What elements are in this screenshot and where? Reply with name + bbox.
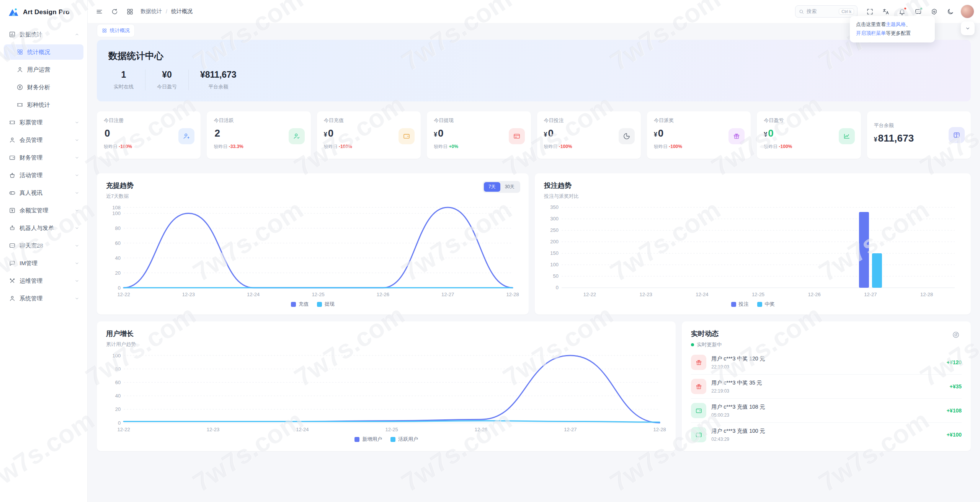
activity-item-time: 22:19:03 bbox=[711, 364, 765, 370]
range-button-7天[interactable]: 7天 bbox=[484, 182, 500, 192]
chart-subtitle: 近7天数据 bbox=[106, 193, 519, 200]
chart-subtitle: 累计用户趋势 bbox=[106, 341, 666, 348]
svg-text:40: 40 bbox=[115, 255, 121, 261]
refresh-page-button[interactable] bbox=[107, 4, 122, 19]
tooltip-theme-link[interactable]: 主题风格 bbox=[886, 21, 906, 27]
legend-item-提现[interactable]: 提现 bbox=[317, 301, 335, 308]
stat-card-label: 今日投注 bbox=[544, 117, 634, 124]
breadcrumb-parent[interactable]: 数据统计 bbox=[140, 8, 162, 15]
chevron-down-icon bbox=[74, 296, 80, 301]
svg-text:12-24: 12-24 bbox=[247, 292, 260, 297]
legend-item-中奖[interactable]: 中奖 bbox=[757, 301, 775, 308]
bottom-row: 用户增长 累计用户趋势 02040608010012-2212-2312-241… bbox=[97, 321, 971, 451]
user-growth-chart[interactable]: 02040608010012-2212-2312-2412-2512-2612-… bbox=[106, 351, 666, 434]
notification-badge bbox=[904, 7, 906, 10]
sidebar-item-9[interactable]: IM管理 bbox=[4, 256, 83, 271]
activity-feed-card: 实时动态 实时更新中 用户 c***3 中奖 120 元22:19:03+¥12… bbox=[682, 321, 971, 451]
sidebar-item-11[interactable]: 系统管理 bbox=[4, 291, 83, 306]
sidebar-item-5[interactable]: 真人视讯 bbox=[4, 185, 83, 200]
stat-card-3: 今日提现¥0较昨日 +0% bbox=[427, 111, 531, 159]
svg-text:100: 100 bbox=[112, 353, 121, 359]
sidebar-subitem-0-2[interactable]: 财务分析 bbox=[4, 80, 83, 95]
tab-statistics-overview[interactable]: 统计概况 bbox=[97, 24, 135, 37]
tab-bar: 统计概况 bbox=[88, 23, 980, 38]
sidebar-item-2[interactable]: 会员管理 bbox=[4, 132, 83, 148]
sidebar-item-8[interactable]: 聊天室28 bbox=[4, 238, 83, 253]
hero-stat-value: ¥0 bbox=[157, 70, 177, 80]
sidebar-item-0[interactable]: 数据统计 bbox=[4, 27, 83, 42]
sidebar-subitem-0-3[interactable]: 彩种统计 bbox=[4, 97, 83, 112]
user-gear-icon bbox=[9, 295, 16, 302]
chart-legend: 投注中奖 bbox=[544, 299, 962, 310]
activity-item-3[interactable]: 用户 c***3 充值 100 元02:43:29+¥100 bbox=[691, 423, 962, 447]
svg-text:20: 20 bbox=[115, 270, 121, 276]
user-avatar[interactable] bbox=[961, 5, 974, 18]
svg-text:0: 0 bbox=[556, 285, 559, 290]
svg-text:250: 250 bbox=[550, 228, 559, 233]
activity-item-icon-box bbox=[691, 427, 706, 442]
chevron-down-icon bbox=[74, 137, 80, 143]
legend-item-投注[interactable]: 投注 bbox=[731, 301, 749, 308]
sidebar-item-3[interactable]: 财务管理 bbox=[4, 150, 83, 165]
activity-item-1[interactable]: 用户 c***3 中奖 35 元22:19:03+¥35 bbox=[691, 375, 962, 399]
collapse-hint-button[interactable] bbox=[961, 21, 975, 35]
grid-icon bbox=[102, 28, 107, 33]
apps-grid-button[interactable] bbox=[122, 4, 137, 19]
robot-icon bbox=[9, 225, 16, 231]
activity-list: 用户 c***3 中奖 120 元22:19:03+¥120用户 c***3 中… bbox=[691, 350, 962, 447]
savings-icon bbox=[9, 207, 16, 214]
wallet-icon bbox=[9, 154, 16, 161]
svg-text:12-25: 12-25 bbox=[312, 292, 324, 297]
activity-item-2[interactable]: 用户 c***3 充值 108 元05:00:23+¥108 bbox=[691, 399, 962, 423]
stat-card-value: 2 bbox=[214, 127, 220, 139]
sidebar-item-4[interactable]: 活动管理 bbox=[4, 168, 83, 183]
stat-card-icon-box bbox=[619, 128, 635, 144]
stat-card-value: 0 bbox=[658, 127, 664, 139]
activity-refresh-button[interactable] bbox=[950, 329, 962, 341]
stat-card-label: 今日盈亏 bbox=[764, 117, 854, 124]
svg-text:12-22: 12-22 bbox=[583, 292, 596, 297]
dark-mode-button[interactable] bbox=[942, 4, 958, 19]
gift-icon bbox=[695, 383, 702, 390]
stat-card-2: 今日充值¥0较昨日 -100% bbox=[317, 111, 421, 159]
legend-item-新增用户[interactable]: 新增用户 bbox=[354, 436, 382, 443]
bet-trend-chart[interactable]: 05010015020025030035012-2212-2312-2412-2… bbox=[544, 203, 962, 299]
sidebar-item-6[interactable]: 余额宝管理 bbox=[4, 203, 83, 218]
chart-title: 投注趋势 bbox=[544, 181, 962, 190]
menu-collapse-button[interactable] bbox=[91, 4, 107, 19]
message-icon bbox=[9, 260, 16, 267]
sidebar: Art Design Pro 数据统计统计概况用户运营财务分析彩种统计彩票管理会… bbox=[0, 0, 88, 502]
stat-card-0: 今日注册0较昨日 -100% bbox=[97, 111, 201, 159]
legend-item-充值[interactable]: 充值 bbox=[291, 301, 309, 308]
deposit-withdraw-chart[interactable]: 02040608010010812-2212-2312-2412-2512-26… bbox=[106, 203, 519, 299]
user-icon bbox=[16, 66, 23, 73]
svg-text:0: 0 bbox=[118, 285, 121, 291]
main-area: 数据统计 / 统计概况 搜索 Ctrl k 点击这里查看主题风格、 开启顶栏菜单… bbox=[88, 0, 980, 502]
svg-text:12-26: 12-26 bbox=[475, 427, 487, 432]
search-input[interactable]: 搜索 Ctrl k bbox=[795, 5, 858, 18]
hero-stat-1: ¥0今日盈亏 bbox=[145, 70, 189, 90]
user-add-icon bbox=[183, 132, 190, 140]
bank-book-icon bbox=[953, 131, 960, 139]
wallet-icon bbox=[695, 431, 702, 438]
activity-item-icon-box bbox=[691, 355, 706, 370]
svg-text:12-27: 12-27 bbox=[441, 292, 454, 297]
app-logo[interactable]: Art Design Pro bbox=[0, 0, 87, 24]
refresh-circle-icon bbox=[952, 331, 960, 339]
hero-stat-value: ¥811,673 bbox=[200, 70, 237, 80]
tooltip-topbar-link[interactable]: 开启顶栏菜单 bbox=[856, 30, 886, 36]
page-title: 数据统计中心 bbox=[108, 50, 959, 62]
chevron-down-icon bbox=[74, 155, 80, 160]
sidebar-menu: 数据统计统计概况用户运营财务分析彩种统计彩票管理会员管理财务管理活动管理真人视讯… bbox=[0, 24, 87, 311]
chart-legend: 充值提现 bbox=[106, 299, 519, 310]
sidebar-item-10[interactable]: 运维管理 bbox=[4, 273, 83, 288]
gift-icon bbox=[733, 132, 740, 140]
legend-item-活跃用户[interactable]: 活跃用户 bbox=[390, 436, 418, 443]
range-button-30天[interactable]: 30天 bbox=[500, 182, 519, 192]
sidebar-subitem-0-1[interactable]: 用户运营 bbox=[4, 62, 83, 77]
sidebar-subitem-0-0[interactable]: 统计概况 bbox=[4, 44, 83, 60]
sidebar-item-1[interactable]: 彩票管理 bbox=[4, 115, 83, 130]
activity-item-0[interactable]: 用户 c***3 中奖 120 元22:19:03+¥120 bbox=[691, 350, 962, 375]
chevron-down-icon bbox=[74, 243, 80, 248]
sidebar-item-7[interactable]: 机器人与发单 bbox=[4, 220, 83, 236]
